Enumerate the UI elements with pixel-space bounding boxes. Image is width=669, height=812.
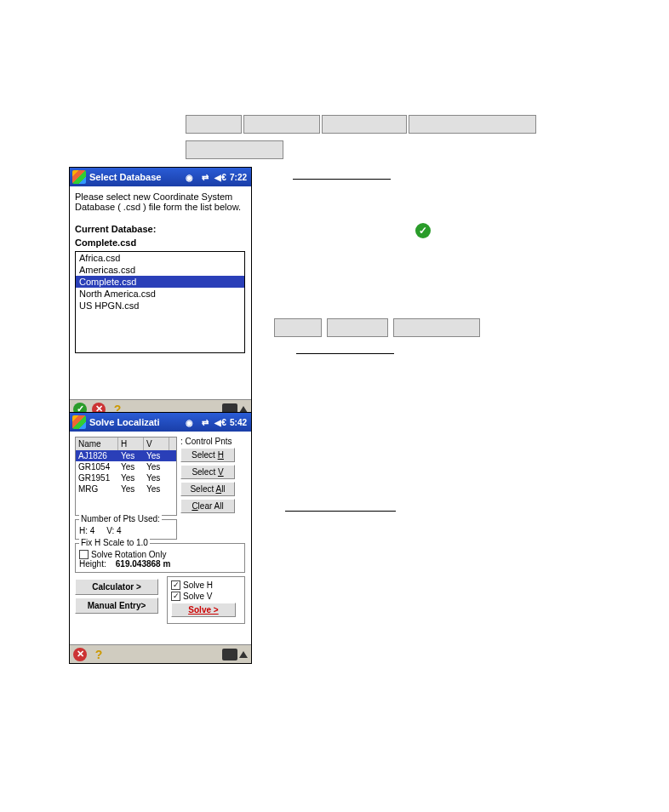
clock[interactable]: 5:42	[230, 416, 247, 428]
clock[interactable]: 7:22	[230, 171, 247, 183]
windows-logo-icon[interactable]	[72, 415, 86, 429]
control-points-grid[interactable]: Name H V AJ1826 Yes Yes GR1054 Yes Yes G…	[75, 437, 177, 516]
gray-box	[186, 115, 242, 134]
solve-button[interactable]: Solve >	[171, 603, 236, 617]
height-value: 619.043868 m	[116, 559, 171, 569]
connectivity-icon[interactable]: ◉	[184, 416, 196, 428]
v-value: 4	[117, 526, 122, 535]
table-row[interactable]: AJ1826 Yes Yes	[76, 450, 176, 461]
database-listbox[interactable]: Africa.csd Americas.csd Complete.csd Nor…	[75, 251, 245, 353]
gray-box	[393, 318, 480, 337]
control-points-buttons: : Control Pnts Select H Select V Select …	[180, 437, 242, 516]
select-database-window: Select Database ◉ ⇄ ◀€ 7:22 Please selec…	[69, 167, 252, 419]
sync-icon[interactable]: ⇄	[199, 416, 211, 428]
h-label: H:	[79, 526, 88, 535]
cancel-icon[interactable]: ✕	[73, 648, 87, 661]
solve-v-checkbox[interactable]: ✓	[171, 592, 180, 601]
speaker-icon[interactable]: ◀€	[214, 171, 226, 183]
col-name-header[interactable]: Name	[76, 437, 118, 450]
list-item[interactable]: North America.csd	[76, 288, 244, 300]
gray-box	[274, 318, 322, 337]
control-pnts-label: : Control Pnts	[180, 437, 242, 446]
underline	[293, 179, 391, 180]
gray-box	[243, 115, 320, 134]
keyboard-icon[interactable]	[222, 649, 237, 660]
current-database-value: Complete.csd	[75, 237, 246, 248]
group-legend: Fix H Scale to 1.0	[79, 538, 150, 547]
h-value: 4	[90, 526, 95, 535]
help-icon[interactable]: ?	[92, 648, 106, 661]
number-pts-group: Number of Pts Used: H: 4 V: 4	[75, 519, 177, 540]
select-h-button[interactable]: Select H	[180, 448, 235, 462]
v-label: V:	[106, 526, 114, 535]
bottom-row: Calculator > Manual Entry> ✓ Solve H ✓ S…	[75, 576, 246, 624]
top-box-row	[186, 115, 536, 134]
window-title: Select Database	[89, 172, 182, 182]
table-row[interactable]: GR1951 Yes Yes	[76, 472, 176, 483]
height-label: Height:	[79, 559, 106, 569]
gray-box	[327, 318, 388, 337]
clear-all-button[interactable]: Clear All	[180, 499, 235, 513]
titlebar: Solve Localizati ◉ ⇄ ◀€ 5:42	[70, 413, 251, 432]
window-title: Solve Localizati	[89, 417, 182, 427]
current-database-label: Current Database:	[75, 224, 246, 234]
top-box-row-2	[186, 140, 283, 159]
select-v-button[interactable]: Select V	[180, 465, 235, 479]
connectivity-icon[interactable]: ◉	[184, 171, 196, 183]
list-item[interactable]: US HPGN.csd	[76, 300, 244, 312]
col-h-header[interactable]: H	[118, 437, 144, 450]
select-all-button[interactable]: Select All	[180, 482, 235, 496]
group-legend: Number of Pts Used:	[79, 514, 162, 523]
solve-localization-window: Solve Localizati ◉ ⇄ ◀€ 5:42 Name H V AJ…	[69, 412, 252, 664]
underline	[285, 511, 396, 512]
solve-v-label: Solve V	[183, 592, 212, 601]
solve-h-label: Solve H	[183, 580, 213, 590]
table-row[interactable]: GR1054 Yes Yes	[76, 461, 176, 472]
window-body: Please select new Coordinate System Data…	[70, 186, 251, 358]
up-arrow-icon[interactable]	[239, 651, 248, 658]
gray-box	[186, 140, 283, 159]
gray-box	[409, 115, 536, 134]
mid-box-row	[274, 318, 480, 337]
manual-entry-button[interactable]: Manual Entry>	[75, 598, 158, 614]
check-icon: ✓	[415, 223, 431, 238]
table-row[interactable]: MRG Yes Yes	[76, 483, 176, 495]
speaker-icon[interactable]: ◀€	[214, 416, 226, 428]
grid-header: Name H V	[76, 437, 176, 450]
list-item[interactable]: Complete.csd	[76, 276, 244, 288]
underline	[296, 353, 394, 354]
solve-h-checkbox[interactable]: ✓	[171, 580, 180, 590]
list-item[interactable]: Africa.csd	[76, 252, 244, 264]
prompt-text: Please select new Coordinate System Data…	[75, 192, 246, 212]
sync-icon[interactable]: ⇄	[199, 171, 211, 183]
fix-h-scale-group: Fix H Scale to 1.0 Solve Rotation Only H…	[75, 543, 245, 573]
bottom-bar: ✕ ?	[70, 644, 251, 663]
solve-rotation-label: Solve Rotation Only	[91, 550, 166, 559]
solve-group: ✓ Solve H ✓ Solve V Solve >	[167, 576, 245, 624]
gray-box	[322, 115, 407, 134]
solve-rotation-checkbox[interactable]	[79, 550, 89, 559]
window-body: Name H V AJ1826 Yes Yes GR1054 Yes Yes G…	[70, 432, 251, 624]
calculator-button[interactable]: Calculator >	[75, 579, 158, 595]
windows-logo-icon[interactable]	[72, 170, 86, 184]
titlebar: Select Database ◉ ⇄ ◀€ 7:22	[70, 168, 251, 186]
list-item[interactable]: Americas.csd	[76, 264, 244, 276]
col-v-header[interactable]: V	[144, 437, 169, 450]
